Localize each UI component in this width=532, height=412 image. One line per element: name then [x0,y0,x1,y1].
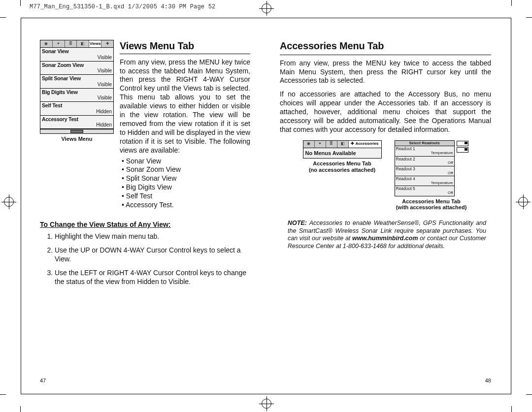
views-menu-row-name: Split Sonar View [42,76,112,82]
heading-rule [120,54,250,54]
views-menu-tabbar: ◉ ✶ ≣ ◧ Views ✚ [40,40,113,48]
print-job-header: M77_Man_Eng_531350-1_B.qxd 1/3/2005 4:30… [30,3,215,10]
views-bullet: Sonar View [122,157,250,166]
views-bullet: Accessory Test. [122,201,250,210]
accessories-none-body: No Menus Available [303,148,381,158]
page-number-left: 47 [40,377,46,384]
accessories-none-caption: Accessories Menu Tab(no accessories atta… [303,160,382,173]
readouts-row-value: Off [396,171,453,175]
readouts-row: Readout 4 Temperature [395,176,454,186]
tab-icon: ◉ [40,40,53,47]
views-menu-row: Big Digits View Visible [40,89,113,102]
readouts-row-value: Off [396,191,453,195]
views-tab-heading: Views Menu Tab [120,40,250,53]
tab-icon: ✚ [101,40,113,47]
change-view-subhead: To Change the View Status of Any View: [40,221,250,229]
readouts-row-name: Readout 5 [396,187,453,191]
registration-mark [4,197,14,207]
readouts-row: Readout 1 Temperature [395,146,454,156]
change-view-steps: Highlight the View main menu tab. Use th… [40,232,250,291]
views-menu-row: Sonar View Visible [40,48,113,62]
readouts-row-value: Off [396,161,453,165]
heading-rule [280,55,491,55]
accessories-note: NOTE: Accessories to enable WeatherSense… [288,220,486,251]
crop-mark [526,394,532,395]
crop-mark [511,406,512,412]
right-page: Accessories Menu Tab From any view, pres… [266,18,511,394]
content-area: ◉ ✶ ≣ ◧ Views ✚ Sonar View Visible S [21,18,511,394]
views-menu-row-name: Sonar Zoom View [42,63,112,68]
tab-icon: ◧ [77,40,89,47]
views-menu-scrollbar [40,129,113,133]
views-bullet: Split Sonar View [122,174,250,183]
views-bullet: Sonar Zoom View [122,165,250,174]
page-number-right: 48 [485,377,491,384]
tab-accessories: ✚ Accessories [349,141,381,148]
tab-views: Views [89,40,101,47]
tab-icon: ✶ [53,40,65,47]
views-menu-row-value: Visible [42,68,112,73]
readouts-row: Readout 3 Off [395,166,454,176]
readouts-row-name: Readout 3 [396,167,453,171]
views-menu-row-value: Visible [42,95,112,100]
readouts-row: Readout 5 Off [395,186,454,195]
views-bullet: Big Digits View [122,183,250,192]
accessories-menu-tabbar: ◉ ✶ ≣ ◧ ✚ Accessories [303,141,381,148]
change-view-step: Use the UP or DOWN 4-WAY Cursor Control … [55,246,250,264]
crop-mark [526,17,532,18]
tab-icon: ≣ [326,141,337,148]
accessories-attached-screenshot: Select Readouts Readout 1 Temperature Re… [395,140,468,211]
crop-mark [20,406,21,412]
accessories-none-screenshot: ◉ ✶ ≣ ◧ ✚ Accessories No Menus Available… [303,140,382,173]
left-page: ◉ ✶ ≣ ◧ Views ✚ Sonar View Visible S [21,18,266,394]
accessories-paragraph-1: From any view, press the MENU key twice … [280,59,491,86]
crop-mark [0,394,6,395]
legend-cell-icon [457,147,468,153]
note-url: www.humminbird.com [352,235,418,242]
legend-cell-icon [457,141,468,146]
crop-mark [20,0,21,6]
readouts-row-value: Temperature [396,181,453,185]
views-menu-screenshot: ◉ ✶ ≣ ◧ Views ✚ Sonar View Visible S [40,40,114,142]
tab-icon: ≣ [65,40,77,47]
views-menu-row: Sonar Zoom View Visible [40,62,113,75]
views-menu-row-value: Visible [42,55,112,60]
registration-mark [262,399,271,409]
registration-mark [262,3,271,13]
registration-mark [518,197,528,207]
views-menu-row: Self Test Hidden [40,102,113,116]
views-bullet-list: Sonar View Sonar Zoom View Split Sonar V… [120,157,250,210]
readouts-header: Select Readouts [395,141,454,146]
views-menu-row: Split Sonar View Visible [40,75,113,89]
views-menu-row-name: Big Digits View [42,90,112,95]
accessories-paragraph-2: If no accessories are attached to the Ac… [280,90,491,134]
views-menu-row: Accessory Test Hidden [40,116,113,129]
page: M77_Man_Eng_531350-1_B.qxd 1/3/2005 4:30… [0,0,532,412]
views-menu-row-name: Accessory Test [42,117,112,123]
note-label: NOTE: [288,220,307,226]
readouts-row-value: Temperature [396,151,453,155]
views-intro-text: From any view, press the MENU key twice … [120,58,250,155]
accessories-attached-caption: Accessories Menu Tab(with accessories at… [395,198,468,211]
views-bullet: Self Test [122,192,250,201]
tab-icon: ✶ [315,141,326,148]
views-menu-row-value: Hidden [42,109,112,114]
readouts-row: Readout 2 Off [395,157,454,166]
views-menu-row-value: Hidden [42,122,112,127]
tab-icon: ◉ [303,141,315,148]
crop-mark [511,0,512,6]
views-menu-row-name: Self Test [42,103,112,109]
crop-mark [0,17,6,18]
views-menu-row-value: Visible [42,82,112,87]
views-menu-caption: Views Menu [40,136,114,142]
change-view-step: Use the LEFT or RIGHT 4-WAY Cursor Contr… [55,269,250,286]
views-menu-row-name: Sonar View [42,49,112,55]
readouts-legend-icons [457,140,468,196]
change-view-step: Highlight the View main menu tab. [55,232,250,241]
accessories-tab-heading: Accessories Menu Tab [280,40,491,53]
readouts-row-name: Readout 2 [396,157,453,161]
tab-icon: ◧ [337,141,349,148]
